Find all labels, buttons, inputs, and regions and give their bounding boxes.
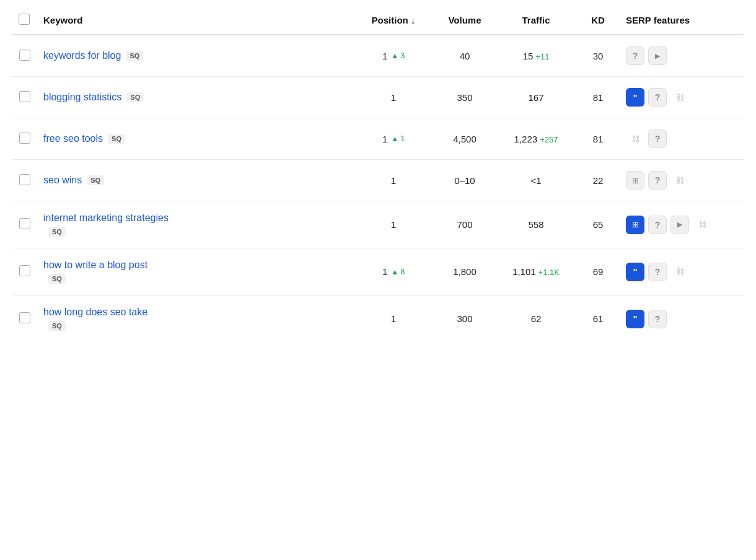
keyword-link[interactable]: seo wins [43,175,82,186]
sq-badge: SQ [87,175,104,185]
kd-value: 22 [593,175,604,186]
sq-badge: SQ [48,321,66,331]
traffic-cell: 558 [496,201,576,248]
keyword-link[interactable]: how to write a blog post [43,260,147,271]
row-checkbox[interactable] [19,265,30,276]
position-value: 1▲ 3 [359,51,428,61]
serp-icons-container: ⛓? [626,129,737,148]
position-cell: 1 [353,160,434,201]
traffic-cell: 15+11 [496,35,576,77]
kd-value: 69 [593,266,604,277]
serp-cell: ⊞?⛓ [620,160,744,201]
serp-icon-1: ? [648,263,667,281]
keyword-first-line: internet marketing strategies [43,212,347,224]
position-number: 1 [391,175,396,186]
keyword-wrap: internet marketing strategies SQ [43,212,347,237]
keyword-link[interactable]: free seo tools [43,133,103,144]
serp-icon-1: ? [648,171,667,190]
keyword-first-line: keywords for blog SQ [43,50,347,61]
position-cell: 1 [353,77,434,118]
traffic-value: 167 [528,92,543,103]
keyword-cell: keywords for blog SQ [37,35,353,77]
position-number: 1 [382,266,387,277]
header-kd[interactable]: KD [576,6,620,35]
keyword-link[interactable]: internet marketing strategies [43,212,169,224]
serp-cell: ⊞?▶⛓ [620,201,744,248]
traffic-value: <1 [530,175,541,186]
keyword-link[interactable]: keywords for blog [43,50,121,61]
row-checkbox-cell [12,77,37,118]
header-checkbox[interactable] [12,6,37,35]
serp-cell: ?▶ [620,35,744,77]
keyword-cell: seo wins SQ [37,160,353,201]
position-cell: 1 [353,295,434,343]
serp-icons-container: ⊞?⛓ [626,171,737,190]
serp-icon-2: ⛓ [670,171,689,190]
table-row: blogging statistics SQ 135016781"?⛓ [12,77,744,118]
keyword-first-line: seo wins SQ [43,175,347,186]
volume-cell: 300 [434,295,496,343]
traffic-value: 1,101 [512,266,536,277]
volume-cell: 4,500 [434,118,496,160]
volume-cell: 1,800 [434,248,496,295]
kd-cell: 69 [576,248,620,295]
serp-cell: "?⛓ [620,77,744,118]
serp-icons-container: ?▶ [626,46,737,65]
row-checkbox-cell [12,160,37,201]
position-number: 1 [391,313,396,324]
volume-cell: 0–10 [434,160,496,201]
header-traffic[interactable]: Traffic [496,6,576,35]
volume-value: 300 [457,313,472,324]
kd-cell: 65 [576,201,620,248]
header-volume[interactable]: Volume [434,6,496,35]
serp-icon-2: ⛓ [670,88,689,107]
position-change: ▲ 3 [391,51,405,60]
serp-cell: "?⛓ [620,248,744,295]
position-value: 1▲ 8 [359,266,428,277]
position-number: 1 [391,219,396,230]
header-keyword[interactable]: Keyword [37,6,353,35]
traffic-change: +1.1K [538,268,560,277]
traffic-change: +257 [540,135,558,144]
header-serp: SERP features [620,6,744,35]
traffic-value: 1,223 [514,134,538,144]
serp-icon-1: ? [648,216,667,234]
row-checkbox[interactable] [19,133,30,144]
keyword-cell: blogging statistics SQ [37,77,353,118]
keyword-cell: how long does seo take SQ [37,295,353,343]
select-all-checkbox[interactable] [19,14,30,25]
serp-icon-0: " [626,310,644,328]
table-header-row: Keyword Position ↓ Volume Traffic KD SER… [12,6,744,35]
keyword-first-line: how long does seo take [43,307,347,318]
serp-icon-0: " [626,263,644,281]
row-checkbox[interactable] [19,50,30,61]
sq-badge: SQ [48,227,66,237]
row-checkbox[interactable] [19,91,30,102]
sq-badge: SQ [126,92,144,102]
row-checkbox-cell [12,248,37,295]
row-checkbox-cell [12,201,37,248]
table-row: keywords for blog SQ 1▲ 34015+1130?▶ [12,35,744,77]
keyword-link[interactable]: blogging statistics [43,92,121,103]
position-value: 1 [359,175,428,186]
traffic-cell: 1,101+1.1K [496,248,576,295]
keyword-link[interactable]: how long does seo take [43,307,147,318]
position-cell: 1▲ 3 [353,35,434,77]
serp-icon-1: ? [648,129,667,148]
keyword-first-line: blogging statistics SQ [43,92,347,103]
position-change: ▲ 8 [391,268,405,276]
row-checkbox[interactable] [19,312,30,323]
serp-icon-2: ▶ [670,216,689,234]
traffic-cell: 62 [496,295,576,343]
sq-badge: SQ [48,274,66,284]
row-checkbox[interactable] [19,174,30,185]
table-row: how long does seo take SQ 13006261"? [12,295,744,343]
header-position[interactable]: Position ↓ [353,6,434,35]
row-checkbox[interactable] [19,218,30,229]
position-value: 1 [359,92,428,103]
traffic-cell: <1 [496,160,576,201]
traffic-value: 558 [528,219,543,230]
position-change: ▲ 1 [391,134,405,143]
kd-value: 81 [593,92,604,103]
kd-value: 61 [593,313,604,324]
